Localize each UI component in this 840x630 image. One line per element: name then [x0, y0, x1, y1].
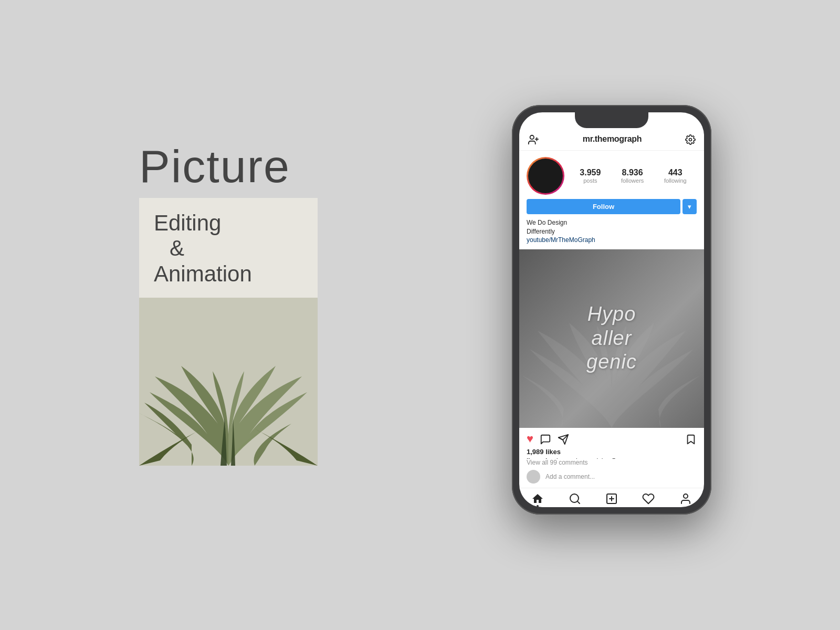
palm-image	[139, 298, 318, 466]
stats-container: 3.959 posts 8.936 followers 443 followin…	[570, 168, 697, 184]
comment-input-row: Add a comment...	[519, 468, 704, 488]
activity-nav-icon[interactable]	[642, 492, 655, 505]
profile-username: mr.themograph	[583, 134, 642, 144]
profile-nav-icon[interactable]	[679, 492, 692, 505]
post-word3: genic	[586, 351, 637, 373]
settings-icon[interactable]	[685, 133, 696, 145]
home-nav-icon[interactable]	[531, 492, 544, 505]
followers-label: followers	[621, 177, 644, 184]
bottom-navigation	[519, 488, 704, 507]
bio-text: We Do Design Differently	[527, 218, 697, 236]
post-word2: aller	[592, 327, 632, 349]
following-count: 443	[668, 168, 682, 177]
follow-row: Follow ▾	[519, 199, 704, 218]
bio-line2: Differently	[527, 228, 555, 235]
phone-outer: mr.themograph 3.959 posts	[512, 105, 711, 514]
like-icon[interactable]: ♥	[527, 432, 533, 446]
picture-title: Picture	[139, 143, 290, 190]
likes-count: 1,989 likes	[519, 448, 704, 457]
post-actions: ♥	[519, 428, 704, 448]
poster-text: Editing & Animation	[139, 198, 318, 287]
posts-count: 3.959	[580, 168, 601, 177]
comment-icon[interactable]	[540, 432, 551, 446]
posts-label: posts	[583, 177, 597, 184]
follow-dropdown-button[interactable]: ▾	[682, 199, 697, 214]
svg-point-4	[689, 139, 692, 141]
profile-section: 3.959 posts 8.936 followers 443 followin…	[519, 151, 704, 199]
followers-stat: 8.936 followers	[621, 168, 644, 184]
comment-placeholder[interactable]: Add a comment...	[545, 473, 595, 480]
view-comments-link[interactable]: View all 99 comments	[519, 459, 704, 468]
follow-button[interactable]: Follow	[527, 199, 680, 214]
avatar	[527, 157, 564, 195]
bookmark-icon[interactable]	[685, 432, 697, 446]
search-nav-icon[interactable]	[569, 492, 581, 505]
svg-line-7	[577, 501, 579, 503]
commenter-avatar	[527, 470, 540, 484]
following-stat: 443 following	[664, 168, 687, 184]
poster-card: Editing & Animation	[139, 198, 318, 466]
create-nav-icon[interactable]	[605, 492, 618, 505]
left-panel: Picture Editing & Animation	[139, 143, 318, 466]
phone-mockup-container: mr.themograph 3.959 posts	[512, 105, 711, 514]
animation-label: Animation	[154, 261, 303, 287]
amp-label: &	[154, 236, 303, 261]
bio-line1: We Do Design	[527, 219, 567, 226]
svg-point-11	[684, 494, 688, 498]
followers-count: 8.936	[622, 168, 643, 177]
phone-notch	[575, 112, 648, 128]
post-text: Hypo aller genic	[586, 302, 637, 374]
svg-point-1	[530, 135, 534, 139]
post-word1: Hypo	[587, 303, 636, 325]
bio-section: We Do Design Differently youtube/MrTheMo…	[519, 218, 704, 249]
editing-label: Editing	[154, 211, 303, 236]
posts-stat: 3.959 posts	[580, 168, 601, 184]
following-label: following	[664, 177, 687, 184]
post-image: Hypo aller genic	[519, 249, 704, 428]
share-icon[interactable]	[558, 432, 569, 446]
add-user-icon[interactable]	[528, 132, 539, 146]
bio-link[interactable]: youtube/MrTheMoGraph	[527, 236, 697, 244]
phone-inner: mr.themograph 3.959 posts	[519, 112, 704, 507]
